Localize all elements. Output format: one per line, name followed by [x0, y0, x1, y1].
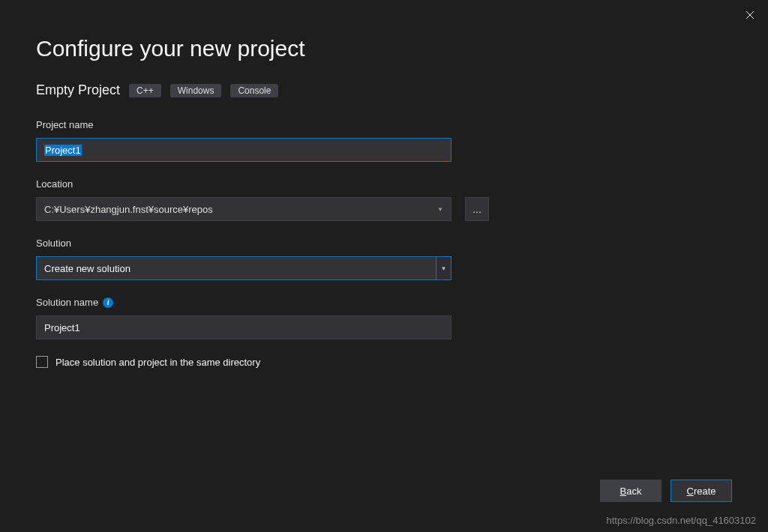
watermark: https://blog.csdn.net/qq_41603102 [607, 515, 757, 526]
solution-select[interactable]: Create new solution ▼ [36, 256, 452, 280]
template-tag: C++ [129, 84, 161, 97]
template-name: Empty Project [36, 82, 120, 98]
create-button[interactable]: Create [670, 480, 732, 502]
solution-name-label: Solution name i [36, 297, 732, 308]
info-icon[interactable]: i [103, 297, 113, 308]
solution-value: Create new solution [37, 257, 436, 279]
back-button[interactable]: Back [600, 480, 662, 502]
chevron-down-icon: ▼ [437, 206, 443, 213]
browse-button[interactable]: ... [465, 197, 489, 221]
template-tag: Windows [170, 84, 222, 97]
project-name-input[interactable]: Project1 [36, 138, 452, 162]
solution-label: Solution [36, 238, 732, 249]
solution-name-input[interactable]: Project1 [36, 315, 452, 339]
page-title: Configure your new project [36, 36, 732, 61]
location-value: C:¥Users¥zhangjun.fnst¥source¥repos [44, 204, 213, 215]
same-directory-checkbox[interactable] [36, 356, 48, 368]
close-button[interactable] [746, 7, 754, 23]
same-directory-label: Place solution and project in the same d… [56, 357, 260, 368]
template-tag: Console [230, 84, 278, 97]
same-directory-checkbox-row[interactable]: Place solution and project in the same d… [36, 356, 732, 368]
project-name-label: Project name [36, 119, 732, 130]
chevron-down-icon[interactable]: ▼ [436, 257, 451, 279]
template-header: Empty Project C++ Windows Console [36, 82, 732, 98]
location-input[interactable]: C:¥Users¥zhangjun.fnst¥source¥repos ▼ [36, 197, 452, 221]
location-label: Location [36, 178, 732, 190]
